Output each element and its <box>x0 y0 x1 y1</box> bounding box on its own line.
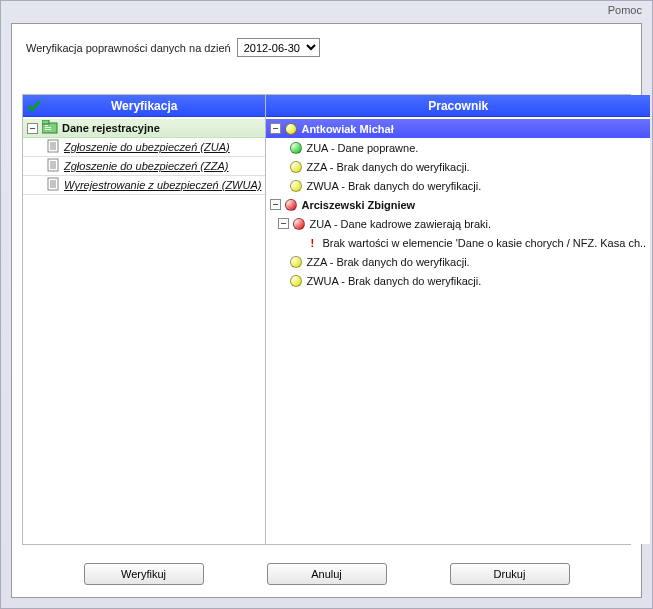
collapse-icon[interactable] <box>270 199 281 210</box>
error-detail-text: Brak wartości w elemencie 'Dane o kasie … <box>322 237 646 249</box>
status-yellow-icon <box>285 123 297 135</box>
employee-header: Pracownik <box>266 95 650 117</box>
tree-item-label: Zgłoszenie do ubezpieczeń (ZUA) <box>64 141 230 153</box>
employee-tree: Antkowiak Michał ZUA - Dane poprawne. ZZ… <box>266 117 650 544</box>
verification-header: Weryfikacja <box>23 95 265 117</box>
status-yellow-icon <box>290 256 302 268</box>
tree-item-zwua[interactable]: Wyrejestrowanie z ubezpieczeń (ZWUA) <box>23 176 265 195</box>
status-text: ZZA - Brak danych do weryfikacji. <box>306 161 469 173</box>
tree-item-zua[interactable]: Zgłoszenie do ubezpieczeń (ZUA) <box>23 138 265 157</box>
svg-rect-1 <box>42 120 49 124</box>
titlebar: Pomoc <box>1 1 652 21</box>
status-text: ZUA - Dane kadrowe zawierają braki. <box>309 218 491 230</box>
page-icon <box>47 139 60 155</box>
content-pane: Weryfikacja poprawności danych na dzień … <box>11 23 642 598</box>
tree-item-label: Wyrejestrowanie z ubezpieczeń (ZWUA) <box>64 179 261 191</box>
status-yellow-icon <box>290 275 302 287</box>
verification-header-text: Weryfikacja <box>111 99 178 113</box>
svg-rect-10 <box>48 159 58 171</box>
status-text: ZWUA - Brak danych do weryfikacji. <box>306 275 481 287</box>
exclamation-icon: ! <box>306 237 318 249</box>
status-row[interactable]: ZUA - Dane kadrowe zawierają braki. <box>266 214 650 233</box>
cancel-button[interactable]: Anuluj <box>267 563 387 585</box>
status-red-icon <box>293 218 305 230</box>
tree-item-zza[interactable]: Zgłoszenie do ubezpieczeń (ZZA) <box>23 157 265 176</box>
collapse-icon[interactable] <box>278 218 289 229</box>
date-label: Weryfikacja poprawności danych na dzień <box>26 42 231 54</box>
status-row[interactable]: ZZA - Brak danych do weryfikacji. <box>266 252 650 271</box>
help-menu[interactable]: Pomoc <box>608 4 642 16</box>
status-yellow-icon <box>290 180 302 192</box>
svg-rect-3 <box>45 127 51 128</box>
status-text: ZUA - Dane poprawne. <box>306 142 418 154</box>
svg-rect-5 <box>48 140 58 152</box>
employee-panel: Pracownik Antkowiak Michał ZUA - Dane po… <box>266 95 650 544</box>
date-select[interactable]: 2012-06-30 <box>237 38 320 57</box>
panels: Weryfikacja Dane rejestracyjne <box>22 94 631 545</box>
employee-name: Antkowiak Michał <box>301 123 393 135</box>
tree-item-label: Zgłoszenie do ubezpieczeń (ZZA) <box>64 160 228 172</box>
check-icon <box>27 99 41 113</box>
svg-rect-15 <box>48 178 58 190</box>
status-text: ZZA - Brak danych do weryfikacji. <box>306 256 469 268</box>
page-icon <box>47 177 60 193</box>
collapse-icon[interactable] <box>270 123 281 134</box>
status-green-icon <box>290 142 302 154</box>
status-yellow-icon <box>290 161 302 173</box>
employee-header-text: Pracownik <box>428 99 488 113</box>
error-detail-row[interactable]: ! Brak wartości w elemencie 'Dane o kasi… <box>266 233 650 252</box>
button-row: Weryfikuj Anuluj Drukuj <box>12 563 641 585</box>
folder-icon <box>42 120 58 136</box>
employee-node-antkowiak[interactable]: Antkowiak Michał <box>266 119 650 138</box>
svg-rect-4 <box>45 129 51 130</box>
collapse-icon[interactable] <box>27 123 38 134</box>
status-row[interactable]: ZWUA - Brak danych do weryfikacji. <box>266 271 650 290</box>
status-red-icon <box>285 199 297 211</box>
verification-tree: Dane rejestracyjne Zgłoszenie do ubezpie… <box>23 117 265 544</box>
status-row[interactable]: ZUA - Dane poprawne. <box>266 138 650 157</box>
date-row: Weryfikacja poprawności danych na dzień … <box>12 24 641 67</box>
page-icon <box>47 158 60 174</box>
verify-button[interactable]: Weryfikuj <box>84 563 204 585</box>
verification-panel: Weryfikacja Dane rejestracyjne <box>23 95 266 544</box>
app-window: Pomoc Weryfikacja poprawności danych na … <box>0 0 653 609</box>
status-row[interactable]: ZWUA - Brak danych do weryfikacji. <box>266 176 650 195</box>
status-row[interactable]: ZZA - Brak danych do weryfikacji. <box>266 157 650 176</box>
tree-root-dane-rejestracyjne[interactable]: Dane rejestracyjne <box>23 119 265 138</box>
tree-root-label: Dane rejestracyjne <box>62 122 160 134</box>
print-button[interactable]: Drukuj <box>450 563 570 585</box>
svg-rect-2 <box>45 125 48 126</box>
employee-node-arciszewski[interactable]: Arciszewski Zbigniew <box>266 195 650 214</box>
employee-name: Arciszewski Zbigniew <box>301 199 415 211</box>
status-text: ZWUA - Brak danych do weryfikacji. <box>306 180 481 192</box>
